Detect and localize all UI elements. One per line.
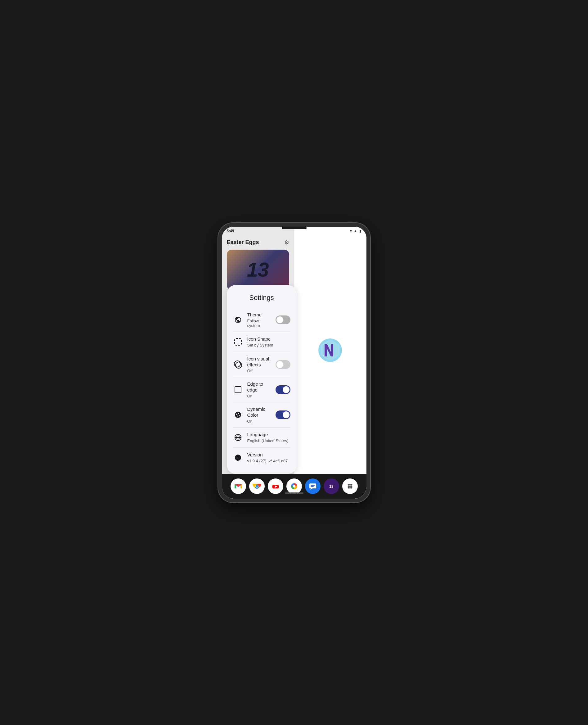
svg-point-4 bbox=[236, 414, 237, 415]
dynamic-color-text: Dynamic Color On bbox=[247, 406, 271, 424]
android-n-logo bbox=[318, 338, 342, 363]
app-title-row: Easter Eggs ⚙ bbox=[227, 239, 289, 246]
settings-item-dynamic-color[interactable]: Dynamic Color On bbox=[227, 402, 297, 427]
phone-frame: 5:49 Easter Eggs ⚙ 13 ▾ ▲ ▮ bbox=[218, 223, 370, 502]
edge-to-edge-value: On bbox=[247, 394, 271, 398]
edge-to-edge-text: Edge to edge On bbox=[247, 381, 271, 398]
svg-point-3 bbox=[235, 412, 241, 418]
svg-point-31 bbox=[351, 484, 352, 485]
easter-egg-card[interactable]: 13 bbox=[227, 250, 289, 290]
edge-to-edge-label: Edge to edge bbox=[247, 381, 271, 393]
svg-point-32 bbox=[348, 485, 349, 487]
language-text: Language English (United States) bbox=[247, 431, 290, 443]
svg-point-35 bbox=[348, 487, 349, 488]
svg-point-33 bbox=[349, 485, 351, 487]
wifi-icon: ▾ bbox=[350, 229, 352, 233]
settings-item-theme[interactable]: Theme Follow system bbox=[227, 308, 297, 331]
svg-point-6 bbox=[238, 415, 239, 416]
right-panel: ▾ ▲ ▮ bbox=[294, 227, 366, 474]
svg-point-22 bbox=[293, 485, 295, 487]
theme-toggle[interactable] bbox=[275, 316, 290, 324]
version-label: Version bbox=[247, 452, 290, 458]
settings-title: Settings bbox=[227, 285, 297, 308]
settings-item-icon-shape[interactable]: Icon Shape Set by System bbox=[227, 332, 297, 352]
signal-icon: ▲ bbox=[354, 229, 357, 233]
settings-gear-icon[interactable]: ⚙ bbox=[284, 239, 289, 246]
svg-text:i: i bbox=[237, 455, 238, 460]
phone-notch bbox=[282, 227, 307, 229]
icon-shape-label: Icon Shape bbox=[247, 336, 290, 342]
theme-value: Follow system bbox=[247, 319, 271, 328]
settings-item-edge-to-edge[interactable]: Edge to edge On bbox=[227, 377, 297, 402]
icon-effects-value: Off bbox=[247, 368, 271, 373]
svg-point-5 bbox=[238, 413, 239, 414]
settings-item-version: i Version v1.9.4 (27) ⎇ 4cf1e87 bbox=[227, 448, 297, 468]
settings-sheet: Settings Theme Follow system bbox=[227, 285, 297, 474]
svg-point-29 bbox=[348, 484, 349, 485]
edge-to-edge-icon bbox=[233, 385, 243, 395]
settings-item-language[interactable]: Language English (United States) bbox=[227, 427, 297, 447]
dynamic-color-label: Dynamic Color bbox=[247, 406, 271, 418]
phone-screen: 5:49 Easter Eggs ⚙ 13 ▾ ▲ ▮ bbox=[222, 227, 366, 499]
nav-messages[interactable] bbox=[305, 479, 320, 494]
svg-point-30 bbox=[349, 484, 351, 485]
nav-bar: 13 bbox=[222, 474, 366, 499]
svg-point-7 bbox=[237, 416, 238, 416]
icon-shape-text: Icon Shape Set by System bbox=[247, 336, 290, 347]
status-bar-right: ▾ ▲ ▮ bbox=[330, 227, 366, 235]
language-label: Language bbox=[247, 431, 290, 438]
svg-rect-25 bbox=[311, 486, 314, 487]
time-display: 5:49 bbox=[227, 229, 234, 233]
language-value: English (United States) bbox=[247, 438, 290, 443]
expand-rect-icon bbox=[235, 386, 241, 393]
icon-effects-icon bbox=[233, 360, 243, 369]
settings-item-icon-effects[interactable]: Icon visual effects Off bbox=[227, 352, 297, 377]
svg-text:13: 13 bbox=[329, 484, 334, 489]
dynamic-color-toggle[interactable] bbox=[275, 410, 290, 419]
version-icon: i bbox=[233, 453, 243, 463]
theme-text: Theme Follow system bbox=[247, 312, 271, 328]
version-text: Version v1.9.4 (27) ⎇ 4cf1e87 bbox=[247, 452, 290, 463]
nav-apps-grid[interactable] bbox=[342, 479, 358, 494]
svg-rect-23 bbox=[309, 483, 316, 488]
egg-number: 13 bbox=[247, 258, 269, 281]
version-value: v1.9.4 (27) ⎇ 4cf1e87 bbox=[247, 459, 290, 463]
svg-point-36 bbox=[349, 487, 351, 488]
theme-icon bbox=[233, 315, 243, 325]
nav-gmail[interactable] bbox=[231, 479, 246, 494]
edge-to-edge-toggle-thumb bbox=[283, 386, 290, 393]
svg-rect-24 bbox=[311, 485, 315, 486]
icon-shape-icon bbox=[233, 337, 243, 347]
icon-effects-text: Icon visual effects Off bbox=[247, 356, 271, 373]
nav-youtube[interactable] bbox=[268, 479, 283, 494]
bottom-bar bbox=[285, 492, 303, 494]
app-title: Easter Eggs bbox=[227, 239, 259, 246]
circles-icon bbox=[234, 361, 242, 368]
nav-chrome[interactable] bbox=[249, 479, 265, 494]
icon-effects-toggle[interactable] bbox=[275, 360, 290, 369]
nav-android13[interactable]: 13 bbox=[323, 479, 339, 494]
svg-point-34 bbox=[351, 485, 352, 487]
icon-shape-value: Set by System bbox=[247, 343, 290, 347]
icon-effects-toggle-thumb bbox=[276, 361, 283, 368]
edge-to-edge-toggle[interactable] bbox=[275, 385, 290, 394]
svg-point-17 bbox=[256, 485, 258, 487]
language-icon bbox=[233, 432, 243, 442]
dynamic-color-toggle-thumb bbox=[283, 411, 290, 418]
nav-photos[interactable] bbox=[287, 479, 302, 494]
dynamic-color-icon bbox=[233, 410, 243, 420]
dynamic-color-value: On bbox=[247, 419, 271, 424]
dashed-rect-icon bbox=[234, 338, 242, 346]
theme-label: Theme bbox=[247, 312, 271, 318]
svg-point-37 bbox=[351, 487, 352, 488]
battery-icon: ▮ bbox=[359, 229, 361, 233]
theme-toggle-thumb bbox=[276, 316, 283, 323]
icon-effects-label: Icon visual effects bbox=[247, 356, 271, 368]
